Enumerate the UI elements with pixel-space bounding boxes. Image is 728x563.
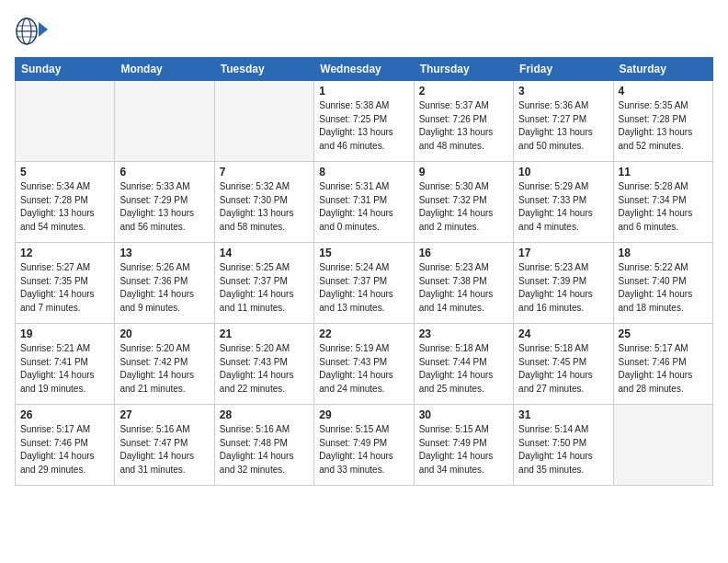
day-info: Sunrise: 5:15 AM Sunset: 7:49 PM Dayligh… (319, 423, 408, 477)
day-info: Sunrise: 5:23 AM Sunset: 7:38 PM Dayligh… (419, 261, 508, 315)
day-info: Sunrise: 5:16 AM Sunset: 7:48 PM Dayligh… (220, 423, 309, 477)
calendar-cell: 18Sunrise: 5:22 AM Sunset: 7:40 PM Dayli… (613, 243, 712, 324)
day-number: 11 (619, 166, 708, 178)
day-info: Sunrise: 5:17 AM Sunset: 7:46 PM Dayligh… (20, 423, 109, 477)
day-number: 18 (619, 247, 708, 259)
day-number: 31 (518, 408, 608, 421)
day-number: 3 (518, 85, 608, 98)
day-info: Sunrise: 5:17 AM Sunset: 7:46 PM Dayligh… (619, 342, 708, 396)
calendar-cell: 19Sunrise: 5:21 AM Sunset: 7:41 PM Dayli… (16, 324, 115, 405)
weekday-header-friday: Friday (514, 58, 613, 81)
day-info: Sunrise: 5:19 AM Sunset: 7:43 PM Dayligh… (319, 342, 408, 396)
day-number: 20 (119, 327, 209, 340)
calendar-cell: 27Sunrise: 5:16 AM Sunset: 7:47 PM Dayli… (115, 405, 214, 486)
day-number: 17 (518, 247, 608, 259)
calendar-cell (214, 81, 313, 162)
day-number: 21 (220, 327, 309, 340)
day-info: Sunrise: 5:29 AM Sunset: 7:33 PM Dayligh… (518, 180, 608, 234)
day-number: 28 (220, 408, 309, 421)
calendar-cell: 4Sunrise: 5:35 AM Sunset: 7:28 PM Daylig… (613, 81, 712, 162)
calendar-cell: 24Sunrise: 5:18 AM Sunset: 7:45 PM Dayli… (514, 324, 613, 405)
day-info: Sunrise: 5:27 AM Sunset: 7:35 PM Dayligh… (20, 261, 109, 315)
calendar-cell: 6Sunrise: 5:33 AM Sunset: 7:29 PM Daylig… (115, 162, 214, 243)
day-number: 10 (518, 166, 608, 178)
day-info: Sunrise: 5:23 AM Sunset: 7:39 PM Dayligh… (518, 261, 608, 315)
calendar-cell: 2Sunrise: 5:37 AM Sunset: 7:26 PM Daylig… (414, 81, 513, 162)
weekday-header-sunday: Sunday (16, 58, 115, 81)
day-number: 8 (319, 166, 408, 178)
day-info: Sunrise: 5:18 AM Sunset: 7:44 PM Dayligh… (419, 342, 508, 396)
day-number: 27 (119, 408, 209, 421)
day-info: Sunrise: 5:30 AM Sunset: 7:32 PM Dayligh… (419, 180, 508, 234)
calendar-cell (115, 81, 214, 162)
logo-icon (15, 15, 48, 48)
day-info: Sunrise: 5:14 AM Sunset: 7:50 PM Dayligh… (518, 423, 608, 477)
day-number: 25 (619, 327, 708, 340)
day-info: Sunrise: 5:20 AM Sunset: 7:42 PM Dayligh… (119, 342, 209, 396)
day-number: 15 (319, 247, 408, 259)
day-number: 4 (619, 85, 708, 98)
calendar-cell: 28Sunrise: 5:16 AM Sunset: 7:48 PM Dayli… (214, 405, 313, 486)
weekday-header-thursday: Thursday (414, 58, 513, 81)
day-number: 14 (220, 247, 309, 259)
day-info: Sunrise: 5:34 AM Sunset: 7:28 PM Dayligh… (20, 180, 109, 234)
weekday-header-row: SundayMondayTuesdayWednesdayThursdayFrid… (16, 58, 713, 81)
page-header (15, 15, 713, 48)
day-number: 9 (419, 166, 508, 178)
week-row-4: 26Sunrise: 5:17 AM Sunset: 7:46 PM Dayli… (16, 405, 713, 486)
day-info: Sunrise: 5:36 AM Sunset: 7:27 PM Dayligh… (518, 99, 608, 153)
day-info: Sunrise: 5:26 AM Sunset: 7:36 PM Dayligh… (119, 261, 209, 315)
calendar-cell: 17Sunrise: 5:23 AM Sunset: 7:39 PM Dayli… (514, 243, 613, 324)
calendar-cell: 23Sunrise: 5:18 AM Sunset: 7:44 PM Dayli… (414, 324, 513, 405)
week-row-2: 12Sunrise: 5:27 AM Sunset: 7:35 PM Dayli… (16, 243, 713, 324)
calendar-cell: 15Sunrise: 5:24 AM Sunset: 7:37 PM Dayli… (314, 243, 414, 324)
calendar-cell: 8Sunrise: 5:31 AM Sunset: 7:31 PM Daylig… (314, 162, 414, 243)
day-info: Sunrise: 5:37 AM Sunset: 7:26 PM Dayligh… (419, 99, 508, 153)
weekday-header-saturday: Saturday (613, 58, 712, 81)
calendar-cell: 7Sunrise: 5:32 AM Sunset: 7:30 PM Daylig… (214, 162, 313, 243)
day-number: 23 (419, 327, 508, 340)
calendar-cell: 29Sunrise: 5:15 AM Sunset: 7:49 PM Dayli… (314, 405, 414, 486)
calendar-cell (613, 405, 712, 486)
day-info: Sunrise: 5:21 AM Sunset: 7:41 PM Dayligh… (20, 342, 109, 396)
calendar-cell: 26Sunrise: 5:17 AM Sunset: 7:46 PM Dayli… (16, 405, 115, 486)
day-info: Sunrise: 5:33 AM Sunset: 7:29 PM Dayligh… (119, 180, 209, 234)
day-info: Sunrise: 5:15 AM Sunset: 7:49 PM Dayligh… (419, 423, 508, 477)
calendar-cell: 14Sunrise: 5:25 AM Sunset: 7:37 PM Dayli… (214, 243, 313, 324)
day-number: 12 (20, 247, 109, 259)
calendar-cell: 10Sunrise: 5:29 AM Sunset: 7:33 PM Dayli… (514, 162, 613, 243)
day-number: 26 (20, 408, 109, 421)
day-info: Sunrise: 5:25 AM Sunset: 7:37 PM Dayligh… (220, 261, 309, 315)
day-number: 13 (119, 247, 209, 259)
day-info: Sunrise: 5:16 AM Sunset: 7:47 PM Dayligh… (119, 423, 209, 477)
calendar-cell: 5Sunrise: 5:34 AM Sunset: 7:28 PM Daylig… (16, 162, 115, 243)
day-info: Sunrise: 5:18 AM Sunset: 7:45 PM Dayligh… (518, 342, 608, 396)
day-info: Sunrise: 5:38 AM Sunset: 7:25 PM Dayligh… (319, 99, 408, 153)
day-info: Sunrise: 5:35 AM Sunset: 7:28 PM Dayligh… (619, 99, 708, 153)
calendar-cell: 12Sunrise: 5:27 AM Sunset: 7:35 PM Dayli… (16, 243, 115, 324)
day-number: 19 (20, 327, 109, 340)
day-number: 22 (319, 327, 408, 340)
day-number: 5 (20, 166, 109, 178)
day-number: 30 (419, 408, 508, 421)
day-number: 2 (419, 85, 508, 98)
calendar-cell: 21Sunrise: 5:20 AM Sunset: 7:43 PM Dayli… (214, 324, 313, 405)
calendar-cell (16, 81, 115, 162)
day-info: Sunrise: 5:20 AM Sunset: 7:43 PM Dayligh… (220, 342, 309, 396)
calendar-cell: 11Sunrise: 5:28 AM Sunset: 7:34 PM Dayli… (613, 162, 712, 243)
day-info: Sunrise: 5:28 AM Sunset: 7:34 PM Dayligh… (619, 180, 708, 234)
day-info: Sunrise: 5:24 AM Sunset: 7:37 PM Dayligh… (319, 261, 408, 315)
week-row-3: 19Sunrise: 5:21 AM Sunset: 7:41 PM Dayli… (16, 324, 713, 405)
day-info: Sunrise: 5:22 AM Sunset: 7:40 PM Dayligh… (619, 261, 708, 315)
calendar-cell: 22Sunrise: 5:19 AM Sunset: 7:43 PM Dayli… (314, 324, 414, 405)
calendar-cell: 1Sunrise: 5:38 AM Sunset: 7:25 PM Daylig… (314, 81, 414, 162)
day-number: 6 (119, 166, 209, 178)
weekday-header-monday: Monday (115, 58, 214, 81)
calendar-cell: 25Sunrise: 5:17 AM Sunset: 7:46 PM Dayli… (613, 324, 712, 405)
calendar-cell: 13Sunrise: 5:26 AM Sunset: 7:36 PM Dayli… (115, 243, 214, 324)
weekday-header-tuesday: Tuesday (214, 58, 313, 81)
calendar-cell: 3Sunrise: 5:36 AM Sunset: 7:27 PM Daylig… (514, 81, 613, 162)
day-number: 29 (319, 408, 408, 421)
day-number: 1 (319, 85, 408, 98)
calendar-cell: 20Sunrise: 5:20 AM Sunset: 7:42 PM Dayli… (115, 324, 214, 405)
